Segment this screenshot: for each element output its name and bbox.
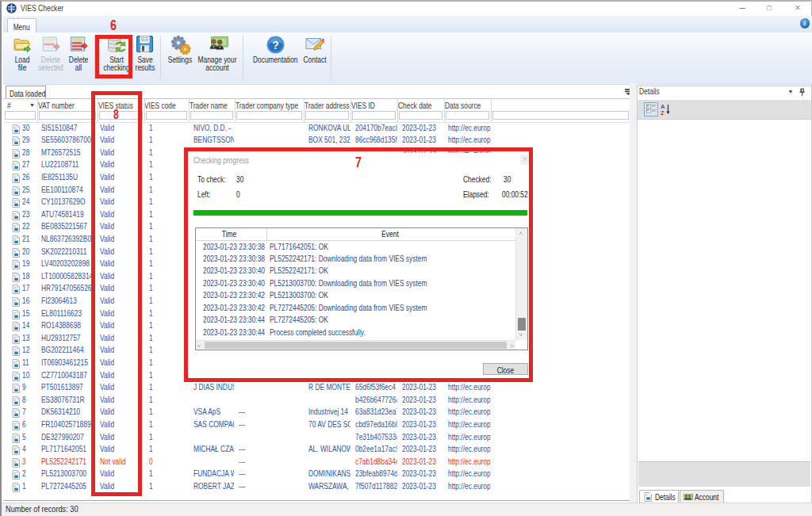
svg-text:?: ? [272, 39, 279, 52]
svg-text:Z: Z [661, 109, 665, 116]
